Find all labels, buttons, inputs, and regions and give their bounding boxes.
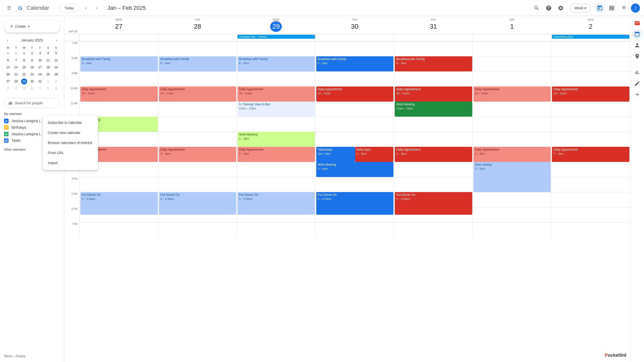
next-button[interactable]: › — [92, 4, 101, 13]
mini-calendar-day[interactable]: 8 — [21, 57, 27, 63]
mini-calendar-day[interactable]: 17 — [37, 64, 43, 70]
create-button[interactable]: + Create ▾ — [4, 20, 60, 33]
day-number[interactable]: 2 — [585, 21, 596, 32]
calendar-view-button[interactable] — [595, 3, 605, 13]
day-column[interactable]: Daily Appointment10 – 11amDaily Appointm… — [551, 41, 630, 237]
mini-calendar-day[interactable]: 9 — [53, 85, 59, 92]
allday-cell[interactable] — [315, 34, 394, 41]
mini-calendar-day[interactable]: 14 — [13, 64, 19, 70]
calendar-event[interactable]: Put Dinner On5 – 6:30pm — [80, 192, 158, 215]
calendar-event[interactable]: Put Dinner On5 – 6:30pm — [316, 192, 394, 215]
mini-calendar-day[interactable]: 8 — [45, 85, 51, 92]
view-selector[interactable]: Week ▾ — [570, 4, 590, 12]
day-column[interactable]: Breakfast with Family8 – 9amDaily Appoin… — [158, 41, 237, 237]
calendar-event[interactable]: Daily Appo2 – 3pm — [355, 147, 394, 162]
allday-cell[interactable] — [473, 34, 551, 41]
mini-calendar-day[interactable]: 4 — [45, 50, 51, 56]
day-header[interactable]: TUE 28 — [158, 16, 237, 34]
rs-chart-icon[interactable] — [632, 67, 642, 77]
day-header[interactable]: FRI 31 — [394, 16, 473, 34]
cal-checkbox[interactable] — [4, 138, 9, 143]
mini-calendar-day[interactable]: 22 — [21, 71, 27, 77]
rs-edit-icon[interactable] — [632, 78, 642, 88]
menu-button[interactable]: ☰ — [4, 3, 14, 13]
calendar-event[interactable]: Daily Appointment10 – 11am — [80, 86, 158, 102]
day-column[interactable]: Breakfast with Family8 – 9amDaily Appoin… — [237, 41, 315, 237]
rs-calendar-icon[interactable] — [632, 29, 642, 39]
mini-calendar-day[interactable]: 31 — [37, 78, 43, 84]
mini-calendar-day[interactable]: 13 — [5, 64, 11, 70]
day-header[interactable]: WED 29 — [237, 16, 315, 34]
day-header[interactable]: SUN 2 — [551, 16, 630, 34]
mini-calendar-day[interactable]: 31 — [13, 50, 19, 56]
mini-calendar-day[interactable]: 2 — [53, 78, 59, 84]
day-number[interactable]: 31 — [428, 21, 439, 32]
avatar[interactable]: J — [631, 4, 640, 13]
allday-cell[interactable]: Groundhog Day — [551, 34, 630, 41]
mini-calendar-day[interactable]: 15 — [21, 64, 27, 70]
day-header[interactable]: THU 30 — [315, 16, 394, 34]
dropdown-menu-item[interactable]: Import — [43, 158, 98, 168]
dropdown-menu-item[interactable]: Create new calendar — [43, 128, 98, 138]
mini-calendar-day[interactable]: 4 — [13, 85, 19, 92]
calendar-event[interactable]: Put Dinner On5 – 6:30pm — [237, 192, 315, 215]
calendar-event[interactable]: ↻ Training: How to Bec11am – 12pm — [237, 102, 315, 117]
day-header[interactable]: SAT 1 — [473, 16, 551, 34]
mini-calendar-day[interactable]: 3 — [5, 85, 11, 92]
search-button[interactable] — [532, 3, 542, 13]
allday-cell[interactable] — [394, 34, 473, 41]
help-button[interactable] — [544, 3, 554, 13]
cal-checkbox[interactable] — [4, 119, 9, 123]
calendar-event[interactable]: Daily Appointment2 – 3pm — [552, 147, 629, 162]
allday-event[interactable]: Garbage Day – Garba… — [237, 35, 315, 39]
calendar-event[interactable]: Breakfast with Family8 – 9am — [80, 56, 158, 71]
allday-cell[interactable] — [79, 34, 158, 41]
allday-event[interactable]: Groundhog Day — [552, 35, 629, 39]
calendar-event[interactable]: Daily Appointment10 – 11am — [159, 86, 236, 102]
mini-calendar-day[interactable]: 29 — [21, 78, 27, 84]
mini-calendar-day[interactable]: 5 — [21, 85, 27, 92]
calendar-event[interactable]: Daily Appointment10 – 11am — [237, 86, 315, 102]
search-people[interactable]: Search for people — [4, 98, 60, 108]
dropdown-menu-item[interactable]: From URL — [43, 148, 98, 158]
mini-calendar-day[interactable]: 2 — [29, 50, 35, 56]
settings-button[interactable] — [556, 3, 566, 13]
mini-next-button[interactable]: › — [53, 37, 60, 44]
mini-calendar-day[interactable]: 24 — [37, 71, 43, 77]
calendar-event[interactable]: Takeaways2pm, https: — [316, 147, 355, 162]
dropdown-menu-item[interactable]: Browse calendars of interest — [43, 138, 98, 148]
mini-calendar-day[interactable]: 21 — [13, 71, 19, 77]
mini-calendar-day[interactable]: 9 — [29, 57, 35, 63]
mini-calendar-day[interactable]: 16 — [29, 64, 35, 70]
mini-calendar-day[interactable]: 7 — [13, 57, 19, 63]
apps-button[interactable] — [619, 3, 629, 13]
calendar-event[interactable]: Daily Appointment2 – 3pm — [237, 147, 315, 162]
mini-calendar-day[interactable]: 30 — [29, 78, 35, 84]
mini-calendar-day[interactable]: 27 — [5, 78, 11, 84]
day-column[interactable]: Breakfast with Family8 – 9amDaily Appoin… — [315, 41, 394, 237]
day-number[interactable]: 1 — [506, 21, 518, 32]
allday-cell[interactable]: Garbage Day – Garba… — [237, 34, 315, 41]
rs-maps-icon[interactable] — [632, 51, 642, 61]
mini-calendar-day[interactable]: 3 — [37, 50, 43, 56]
day-number[interactable]: 28 — [192, 21, 203, 32]
rs-add-icon[interactable] — [632, 89, 642, 100]
mini-calendar-day[interactable]: 12 — [53, 57, 59, 63]
allday-cell[interactable] — [158, 34, 237, 41]
calendar-event[interactable]: Daily Appointment10 – 11am — [316, 86, 394, 102]
mini-calendar-day[interactable]: 11 — [45, 57, 51, 63]
day-number[interactable]: 27 — [113, 21, 125, 32]
mini-calendar-day[interactable]: 6 — [5, 57, 11, 63]
mini-calendar-day[interactable]: 5 — [53, 50, 59, 56]
cal-checkbox[interactable] — [4, 132, 9, 136]
task-view-button[interactable] — [607, 3, 617, 13]
calendar-event[interactable]: Work Meeting11am – 12pm — [395, 102, 472, 117]
calendar-event[interactable]: Daily Appointment10 – 11am — [473, 86, 551, 102]
mini-prev-button[interactable]: ‹ — [4, 37, 11, 44]
prev-button[interactable]: ‹ — [81, 4, 90, 13]
calendar-event[interactable]: Put Dinner On5 – 6:30pm — [159, 192, 236, 215]
day-column[interactable]: Breakfast with Family8 – 9amDaily Appoin… — [394, 41, 473, 237]
dropdown-menu-item[interactable]: Subscribe to calendar — [43, 118, 98, 128]
mini-calendar-day[interactable]: 28 — [13, 78, 19, 84]
calendar-event[interactable]: Daily Appointment2 – 3pm — [395, 147, 472, 162]
